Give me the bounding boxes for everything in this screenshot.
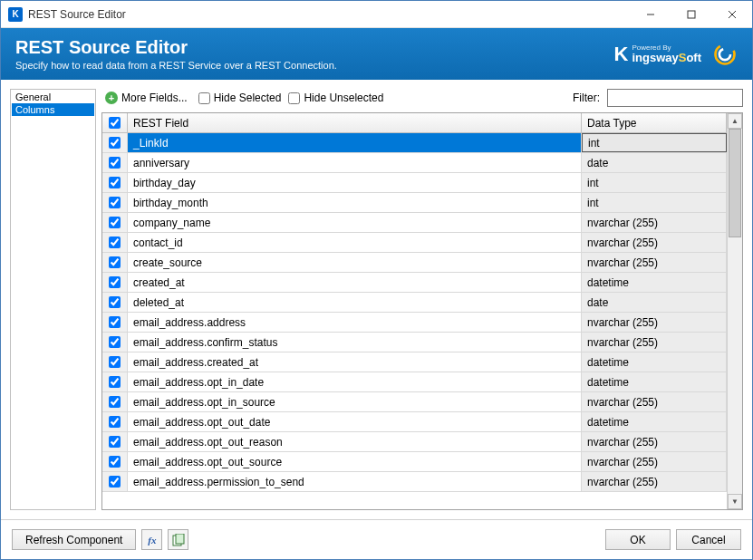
- row-checkbox[interactable]: [109, 256, 121, 268]
- table-row[interactable]: contact_idnvarchar (255): [102, 233, 727, 253]
- row-checkbox-cell[interactable]: [102, 133, 128, 152]
- row-checkbox[interactable]: [109, 476, 121, 488]
- table-row[interactable]: email_address.opt_out_reasonnvarchar (25…: [102, 432, 727, 452]
- documentation-button[interactable]: [168, 529, 188, 550]
- row-checkbox-cell[interactable]: [102, 253, 128, 272]
- row-checkbox-cell[interactable]: [102, 213, 128, 232]
- table-row[interactable]: anniversarydate: [102, 153, 727, 173]
- row-field[interactable]: _LinkId: [128, 133, 582, 152]
- row-checkbox[interactable]: [109, 316, 121, 328]
- row-field[interactable]: deleted_at: [128, 293, 582, 312]
- table-row[interactable]: email_address.addressnvarchar (255): [102, 313, 727, 333]
- header-field[interactable]: REST Field: [128, 113, 582, 132]
- table-row[interactable]: birthday_monthint: [102, 193, 727, 213]
- scroll-thumb[interactable]: [729, 129, 741, 237]
- table-row[interactable]: deleted_atdate: [102, 293, 727, 313]
- hide-unselected-checkbox[interactable]: Hide Unselected: [288, 92, 383, 104]
- close-button[interactable]: [711, 1, 752, 28]
- table-row[interactable]: birthday_dayint: [102, 173, 727, 193]
- minimize-button[interactable]: [630, 1, 671, 28]
- row-field[interactable]: email_address.opt_out_source: [128, 452, 582, 471]
- row-checkbox-cell[interactable]: [102, 372, 128, 391]
- row-checkbox-cell[interactable]: [102, 472, 128, 491]
- row-field[interactable]: email_address.opt_out_date: [128, 412, 582, 431]
- row-datatype[interactable]: nvarchar (255): [582, 472, 727, 491]
- row-field[interactable]: created_at: [128, 273, 582, 292]
- header-dtype[interactable]: Data Type: [582, 113, 727, 132]
- maximize-button[interactable]: [671, 1, 711, 28]
- row-field[interactable]: email_address.permission_to_send: [128, 472, 582, 491]
- row-checkbox[interactable]: [109, 137, 121, 149]
- ok-button[interactable]: OK: [605, 529, 671, 550]
- row-checkbox-cell[interactable]: [102, 352, 128, 372]
- row-checkbox[interactable]: [109, 177, 121, 188]
- hide-selected-input[interactable]: [198, 92, 210, 104]
- row-checkbox[interactable]: [109, 217, 121, 228]
- row-field[interactable]: create_source: [128, 253, 582, 272]
- row-datatype[interactable]: nvarchar (255): [582, 333, 727, 352]
- row-checkbox-cell[interactable]: [102, 412, 128, 431]
- row-checkbox-cell[interactable]: [102, 313, 128, 332]
- row-datatype[interactable]: datetime: [582, 372, 727, 391]
- row-checkbox-cell[interactable]: [102, 392, 128, 411]
- row-checkbox[interactable]: [109, 336, 121, 348]
- row-checkbox-cell[interactable]: [102, 273, 128, 292]
- row-field[interactable]: birthday_month: [128, 193, 582, 212]
- row-checkbox[interactable]: [109, 396, 121, 408]
- row-checkbox-cell[interactable]: [102, 193, 128, 212]
- check-all-input[interactable]: [109, 117, 121, 129]
- table-row[interactable]: email_address.opt_out_sourcenvarchar (25…: [102, 452, 727, 472]
- row-datatype[interactable]: nvarchar (255): [582, 213, 727, 232]
- scroll-up-button[interactable]: ▲: [728, 113, 742, 129]
- cancel-button[interactable]: Cancel: [676, 529, 741, 550]
- row-field[interactable]: email_address.opt_out_reason: [128, 432, 582, 451]
- row-datatype[interactable]: nvarchar (255): [582, 452, 727, 471]
- table-row[interactable]: _LinkIdint: [102, 133, 727, 153]
- vertical-scrollbar[interactable]: ▲ ▼: [727, 113, 742, 509]
- row-datatype[interactable]: nvarchar (255): [582, 313, 727, 332]
- row-datatype[interactable]: date: [582, 153, 727, 172]
- filter-input[interactable]: [607, 89, 743, 107]
- row-checkbox-cell[interactable]: [102, 153, 128, 172]
- grid-body[interactable]: _LinkIdintanniversarydatebirthday_dayint…: [102, 133, 727, 509]
- hide-selected-checkbox[interactable]: Hide Selected: [198, 92, 282, 104]
- row-field[interactable]: anniversary: [128, 153, 582, 172]
- row-checkbox-cell[interactable]: [102, 432, 128, 451]
- row-datatype[interactable]: datetime: [582, 412, 727, 431]
- row-checkbox-cell[interactable]: [102, 333, 128, 352]
- row-checkbox[interactable]: [109, 296, 121, 308]
- row-datatype[interactable]: nvarchar (255): [582, 233, 727, 252]
- row-checkbox[interactable]: [109, 456, 121, 468]
- header-check-all[interactable]: [102, 113, 128, 132]
- row-checkbox[interactable]: [109, 376, 121, 388]
- expression-button[interactable]: fx: [141, 529, 162, 550]
- row-field[interactable]: birthday_day: [128, 173, 582, 192]
- hide-unselected-input[interactable]: [288, 92, 300, 104]
- row-datatype[interactable]: nvarchar (255): [582, 432, 727, 451]
- row-field[interactable]: email_address.opt_in_source: [128, 392, 582, 411]
- row-datatype[interactable]: int: [582, 133, 727, 152]
- table-row[interactable]: email_address.created_atdatetime: [102, 352, 727, 372]
- row-checkbox[interactable]: [109, 157, 121, 169]
- table-row[interactable]: email_address.confirm_statusnvarchar (25…: [102, 333, 727, 352]
- row-field[interactable]: email_address.confirm_status: [128, 333, 582, 352]
- table-row[interactable]: email_address.opt_out_datedatetime: [102, 412, 727, 432]
- row-field[interactable]: email_address.opt_in_date: [128, 372, 582, 391]
- row-checkbox[interactable]: [109, 416, 121, 428]
- row-field[interactable]: email_address.address: [128, 313, 582, 332]
- more-fields-button[interactable]: + More Fields...: [101, 90, 191, 106]
- row-checkbox-cell[interactable]: [102, 452, 128, 471]
- refresh-component-button[interactable]: Refresh Component: [12, 529, 136, 550]
- scroll-track[interactable]: [728, 129, 742, 494]
- table-row[interactable]: email_address.opt_in_sourcenvarchar (255…: [102, 392, 727, 412]
- table-row[interactable]: email_address.opt_in_datedatetime: [102, 372, 727, 392]
- row-datatype[interactable]: int: [582, 173, 727, 192]
- row-checkbox[interactable]: [109, 197, 121, 208]
- row-datatype[interactable]: int: [582, 193, 727, 212]
- row-datatype[interactable]: nvarchar (255): [582, 392, 727, 411]
- row-checkbox[interactable]: [109, 237, 121, 248]
- table-row[interactable]: created_atdatetime: [102, 273, 727, 293]
- row-datatype[interactable]: datetime: [582, 352, 727, 372]
- sidebar-item-columns[interactable]: Columns: [12, 103, 94, 116]
- row-field[interactable]: contact_id: [128, 233, 582, 252]
